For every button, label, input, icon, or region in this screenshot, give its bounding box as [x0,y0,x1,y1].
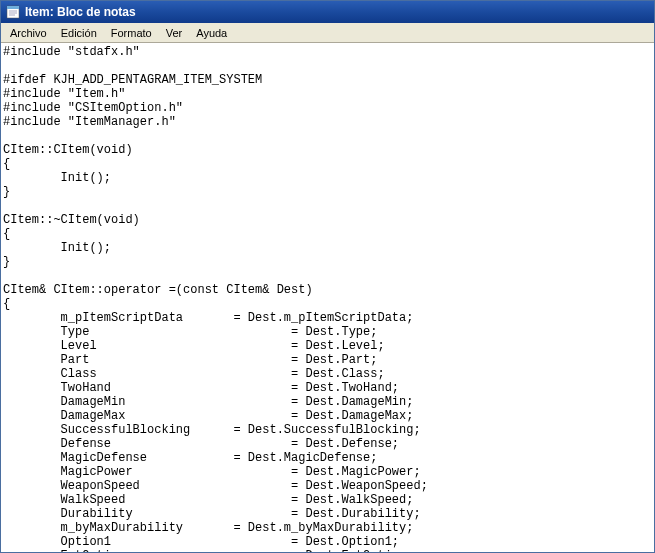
titlebar: Item: Bloc de notas [1,1,654,23]
menubar: Archivo Edición Formato Ver Ayuda [1,23,654,43]
menu-ver[interactable]: Ver [159,25,190,41]
menu-formato[interactable]: Formato [104,25,159,41]
window-title: Item: Bloc de notas [25,5,136,19]
menu-archivo[interactable]: Archivo [3,25,54,41]
menu-edicion[interactable]: Edición [54,25,104,41]
notepad-icon [5,4,21,20]
text-editor-content[interactable]: #include "stdafx.h" #ifdef KJH_ADD_PENTA… [1,43,654,552]
svg-rect-1 [7,6,19,9]
menu-ayuda[interactable]: Ayuda [189,25,234,41]
